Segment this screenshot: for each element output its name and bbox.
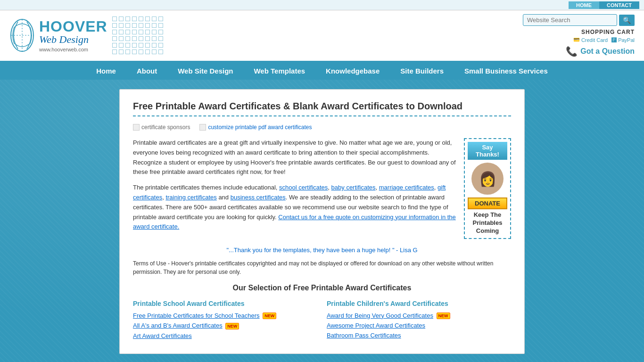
nav-site-builders[interactable]: Site Builders [390,62,454,80]
logo-area: HOOVER Web Design www.hooverweb.com [9,18,107,53]
cert-columns: Printable School Award Certificates Free… [133,300,511,342]
link-training-certificates[interactable]: training certificates [165,194,216,201]
got-question-label: Got a Question [580,47,635,56]
credit-card-icon-symbol: 💳 [573,37,580,43]
header-dots [112,16,164,55]
got-question-area[interactable]: 📞 Got a Question [566,46,635,57]
sponsor-placeholder: certificate sponsors [133,124,190,131]
paypal-icon: 🅿 PayPal [611,37,635,43]
link-business-certificates[interactable]: business certificates [231,194,286,201]
sponsor-text: certificate sponsors [141,124,190,131]
nav-web-site-design[interactable]: Web Site Design [167,62,243,80]
school-cert-link-2[interactable]: All A's and B's Award Certificates [133,322,223,329]
link-school-certificates[interactable]: school certificates [279,184,328,191]
nav-home[interactable]: Home [86,62,126,80]
list-item: Award for Being Very Good Certificates N… [327,312,511,320]
search-area: 🔍 [523,14,635,26]
logo-hoover: HOOVER [39,19,107,34]
payment-icons: 💳 Credit Card 🅿 PayPal [573,37,635,43]
customize-image [199,124,206,131]
home-topnav-button[interactable]: HOME [569,1,599,9]
top-nav: HOME CONTACT [569,1,639,9]
cert-list-children: Award for Being Very Good Certificates N… [327,312,511,339]
intro-para2: The printable certificates themes includ… [133,183,456,232]
shopping-cart-area: SHOPPING CART 💳 Credit Card 🅿 PayPal [573,29,635,43]
testimonial: "...Thank you for the templates, they ha… [133,247,511,254]
cert-col-children-title: Printable Children's Award Certificates [327,300,511,307]
title-divider [133,115,511,116]
children-cert-link-3[interactable]: Bathroom Pass Certificates [327,332,401,339]
link-baby-certificates[interactable]: baby certificates [331,184,376,191]
sponsor-area: certificate sponsors customize printable… [133,124,511,131]
header-left: HOOVER Web Design www.hooverweb.com [9,16,164,55]
nav-small-business[interactable]: Small Business Services [454,62,558,80]
main-text: Printable award certificates are a great… [133,138,456,239]
cert-col-children: Printable Children's Award Certificates … [327,300,511,342]
search-button[interactable]: 🔍 [619,15,635,26]
nav-about[interactable]: About [126,62,167,80]
link-marriage-certificates[interactable]: marriage certificates [379,184,434,191]
keep-coming-text: Keep The Printables Coming [468,211,507,235]
site-header: HOOVER Web Design www.hooverweb.com 🔍 SH… [0,10,644,62]
content-wrapper: Free Printable Award Certificates & Blan… [119,89,525,354]
new-badge: NEW [225,323,239,329]
header-right: 🔍 SHOPPING CART 💳 Credit Card 🅿 PayPal 📞… [523,14,635,57]
children-cert-link-1[interactable]: Award for Being Very Good Certificates [327,312,433,319]
main-content-area: Printable award certificates are a great… [133,138,511,239]
say-thanks-button[interactable]: Say Thanks! [468,142,507,160]
donate-box: Say Thanks! 👩 DONATE Keep The Printables… [464,138,511,239]
nav-web-templates[interactable]: Web Templates [243,62,315,80]
new-badge: NEW [437,313,450,319]
logo-icon [9,18,35,53]
list-item: All A's and B's Award Certificates NEW [133,322,317,329]
cert-list-school: Free Printable Certificates for School T… [133,312,317,339]
children-cert-link-2[interactable]: Awesome Project Award Certificates [327,322,425,329]
school-cert-link-3[interactable]: Art Award Certificates [133,332,192,339]
list-item: Awesome Project Award Certificates [327,322,511,329]
avatar: 👩 [471,163,504,195]
school-cert-link-1[interactable]: Free Printable Certificates for School T… [133,312,260,319]
section-header: Our Selection of Free Printable Award Ce… [133,284,511,292]
cert-col-school: Printable School Award Certificates Free… [133,300,317,342]
shopping-cart-title: SHOPPING CART [581,29,635,35]
donate-button[interactable]: DONATE [468,197,507,209]
logo-url: www.hooverweb.com [39,47,107,52]
search-input[interactable] [523,14,617,26]
list-item: Art Award Certificates [133,332,317,339]
list-item: Bathroom Pass Certificates [327,332,511,339]
cert-col-school-title: Printable School Award Certificates [133,300,317,307]
credit-card-label: Credit Card [581,37,608,43]
top-bar: HOME CONTACT [0,0,644,10]
logo-web-design: Web Design [39,34,107,45]
credit-card-icon: 💳 Credit Card [573,37,608,43]
main-nav: Home About Web Site Design Web Templates… [0,62,644,80]
new-badge: NEW [263,313,276,319]
customize-placeholder[interactable]: customize printable pdf award certificat… [199,124,312,131]
nav-knowledgebase[interactable]: Knowledgebase [315,62,390,80]
contact-topnav-button[interactable]: CONTACT [599,1,639,9]
paypal-icon-symbol: 🅿 [611,37,617,43]
page-title: Free Printable Award Certificates & Blan… [133,101,511,112]
intro-para2-start: The printable certificates themes includ… [133,184,279,191]
intro-para1: Printable award certificates are a great… [133,138,456,177]
list-item: Free Printable Certificates for School T… [133,312,317,320]
logo-text: HOOVER Web Design www.hooverweb.com [39,19,107,52]
phone-icon: 📞 [566,46,578,57]
customize-text: customize printable pdf award certificat… [208,124,312,131]
terms-text: Terms of Use - Hoover's printable certif… [133,259,511,276]
paypal-label: PayPal [618,37,635,43]
sponsor-image [133,124,140,131]
